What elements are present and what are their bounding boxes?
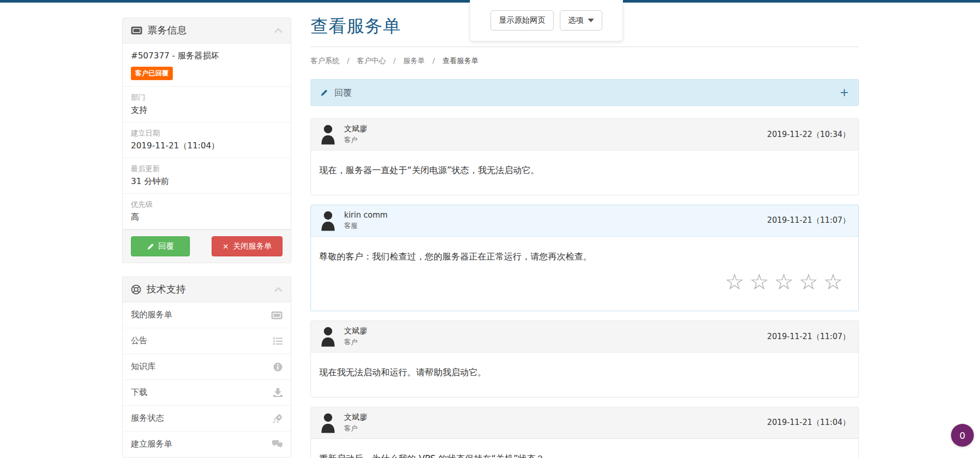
menu-item-label: 下载 [131,387,147,398]
author-name: kirin comm [344,210,388,220]
message-panel-staff: kirin comm 客服 2019-11-21（11:07） 尊敬的客户：我们… [310,205,859,312]
ticket-actions: 回覆 ✕ 关闭服务单 [123,230,291,263]
message-header: 文斌廖 客户 2019-11-22（10:34） [311,119,858,150]
star-icon[interactable]: ☆ [725,269,750,295]
author-role: 客服 [344,221,388,231]
field-value: 31 分钟前 [131,176,283,187]
reply-button[interactable]: 回覆 [131,236,190,256]
notification-badge[interactable]: 0 [951,424,974,447]
ticket-field-updated: 最后更新 31 分钟前 [123,158,291,194]
ticket-id: #507377 - 服务器损坏 [131,50,283,62]
reply-button-label: 回覆 [158,241,174,251]
plus-icon[interactable]: + [840,87,849,98]
breadcrumb-item[interactable]: 客户中心 [357,56,386,65]
ticket-info-panel-title: 票务信息 [147,24,187,37]
tech-support-panel-title: 技术支持 [146,283,186,296]
chevron-up-icon[interactable] [274,287,283,292]
sidebar-item-service-status[interactable]: 服务状态 [123,406,291,432]
menu-item-label: 我的服务单 [131,310,172,320]
sidebar: 票务信息 #507377 - 服务器损坏 客户已回覆 部门 支持 建立日期 20… [122,18,291,458]
ticket-summary-row: #507377 - 服务器损坏 客户已回覆 [123,43,291,87]
message-header: kirin comm 客服 2019-11-21（11:07） [311,205,858,237]
ticket-field-created: 建立日期 2019-11-21（11:04） [123,123,291,158]
title-divider [310,47,859,47]
sidebar-item-announcements[interactable]: 公告 [123,328,291,354]
user-avatar-icon [319,413,337,433]
message-text: 重新启动后，为什么我的 VPS 的状态保持在“关机”状态？ [319,452,850,458]
message-body: 现在，服务器一直处于“关闭电源”状态，我无法启动它。 [311,150,858,195]
download-icon [273,388,283,397]
star-icon[interactable]: ☆ [774,269,799,295]
notification-count: 0 [959,430,965,441]
field-label: 优先级 [131,200,283,209]
sidebar-item-knowledgebase[interactable]: 知识库 [123,354,291,380]
author-role: 客户 [344,338,367,347]
message-text: 尊敬的客户：我们检查过，您的服务器正在正常运行，请您再次检查。 [319,250,850,264]
ticket-info-panel: 票务信息 #507377 - 服务器损坏 客户已回覆 部门 支持 建立日期 20… [122,18,291,263]
message-panel: 文斌廖 客户 2019-11-21（11:04） 重新启动后，为什么我的 VPS… [310,407,859,458]
tech-support-panel: 技术支持 我的服务单 公告 知识库 下载 [122,277,291,457]
message-header: 文斌廖 客户 2019-11-21（11:04） [311,407,858,439]
message-date: 2019-11-22（10:34） [767,130,850,140]
message-panel: 文斌廖 客户 2019-11-22（10:34） 现在，服务器一直处于“关闭电源… [310,118,859,195]
menu-item-label: 知识库 [131,361,156,372]
ticket-info-panel-header: 票务信息 [123,18,291,43]
message-author: kirin comm 客服 [344,210,388,231]
author-name: 文斌廖 [344,326,367,336]
message-body: 重新启动后，为什么我的 VPS 的状态保持在“关机”状态？ IP 地址：221.… [311,439,858,458]
message-panel: 文斌廖 客户 2019-11-21（11:07） 现在我无法启动和运行。请帮助我… [310,320,859,398]
menu-item-label: 建立服务单 [131,439,172,450]
star-icon[interactable]: ☆ [749,269,774,295]
user-avatar-icon [319,326,337,347]
breadcrumb-item[interactable]: 服务单 [403,56,425,65]
sidebar-item-open-ticket[interactable]: 建立服务单 [123,432,291,457]
breadcrumb-separator: / [347,56,349,65]
field-label: 最后更新 [131,164,283,174]
options-label: 选项 [568,16,584,25]
breadcrumb-separator: / [433,56,435,65]
breadcrumb-item[interactable]: 客户系统 [310,56,339,65]
sidebar-item-downloads[interactable]: 下载 [123,380,291,406]
show-original-page-button[interactable]: 显示原始网页 [491,10,554,30]
life-ring-icon [131,284,141,295]
breadcrumb-item-current: 查看服务单 [442,56,479,65]
show-original-page-label: 显示原始网页 [499,16,545,25]
field-label: 部门 [131,93,283,102]
menu-item-label: 公告 [131,335,147,346]
sidebar-item-my-tickets[interactable]: 我的服务单 [123,302,291,328]
rocket-icon [273,414,283,423]
author-role: 客户 [344,424,367,433]
pencil-icon [147,243,154,250]
options-button[interactable]: 选项 [560,10,602,30]
message-date: 2019-11-21（11:07） [767,216,850,225]
info-circle-icon [273,362,283,372]
field-value: 2019-11-21（11:04） [131,141,283,151]
star-icon[interactable]: ☆ [799,269,824,295]
reply-section-header[interactable]: 回覆 + [310,79,859,106]
ticket-field-priority: 优先级 高 [123,194,291,230]
user-avatar-icon [319,124,337,145]
author-name: 文斌廖 [344,413,367,422]
star-icon[interactable]: ☆ [823,269,848,295]
ticket-field-department: 部门 支持 [123,87,291,123]
close-ticket-button-label: 关闭服务单 [233,241,272,251]
field-value: 支持 [131,105,283,116]
message-body: 现在我无法启动和运行。请帮助我启动它。 [311,353,858,397]
close-x-icon: ✕ [222,242,229,251]
pencil-icon [320,89,328,97]
rating-stars: ☆☆☆☆☆ [319,271,850,293]
message-body: 尊敬的客户：我们检查过，您的服务器正在正常运行，请您再次检查。 ☆☆☆☆☆ [311,237,858,311]
chevron-up-icon[interactable] [274,28,283,33]
tech-support-panel-header: 技术支持 [123,277,291,302]
ticket-icon [271,311,283,319]
ticket-icon [131,26,142,35]
overlay-toolbar: 显示原始网页 选项 [470,0,623,41]
author-name: 文斌廖 [344,124,367,134]
message-date: 2019-11-21（11:04） [767,418,850,428]
comments-icon [272,440,283,449]
status-badge: 客户已回覆 [131,67,173,80]
message-author: 文斌廖 客户 [344,413,367,433]
message-date: 2019-11-21（11:07） [767,332,850,342]
close-ticket-button[interactable]: ✕ 关闭服务单 [212,236,283,256]
reply-section-label: 回覆 [334,87,352,99]
